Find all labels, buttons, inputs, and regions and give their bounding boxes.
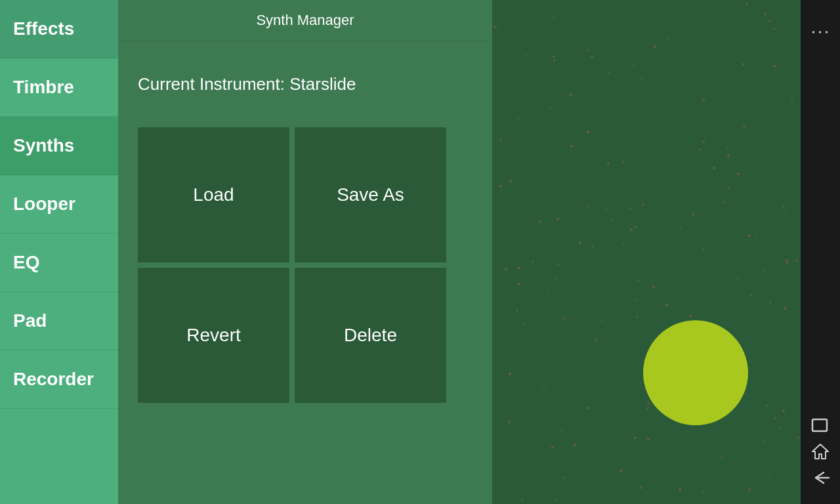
scatter-dot bbox=[727, 186, 730, 189]
scatter-dot bbox=[646, 407, 649, 410]
sidebar-item-synths[interactable]: Synths bbox=[0, 117, 118, 175]
scatter-dot bbox=[620, 470, 622, 472]
sidebar-item-pad[interactable]: Pad bbox=[0, 292, 118, 350]
scatter-dot bbox=[591, 55, 593, 58]
scatter-dot bbox=[784, 307, 786, 310]
sidebar-item-looper[interactable]: Looper bbox=[0, 175, 118, 234]
scatter-dot bbox=[607, 162, 610, 165]
scatter-dot bbox=[518, 283, 520, 285]
sidebar-item-eq[interactable]: EQ bbox=[0, 234, 118, 292]
scatter-dot bbox=[702, 140, 705, 143]
scatter-dot bbox=[737, 173, 740, 175]
scatter-dot bbox=[786, 262, 789, 264]
scatter-dot bbox=[509, 180, 512, 182]
scatter-dot bbox=[554, 499, 556, 501]
scatter-dot bbox=[553, 55, 555, 58]
scatter-dot bbox=[543, 388, 545, 391]
visualization-panel bbox=[492, 0, 801, 504]
scatter-dot bbox=[610, 219, 612, 222]
scatter-dot bbox=[778, 427, 781, 430]
scatter-dot bbox=[769, 301, 772, 304]
scatter-dot bbox=[666, 37, 669, 40]
scatter-dot bbox=[636, 316, 639, 318]
scatter-dot bbox=[591, 245, 594, 247]
scatter-dot bbox=[689, 315, 692, 318]
scatter-dot bbox=[563, 317, 566, 320]
scatter-dot bbox=[692, 213, 694, 216]
scatter-dot bbox=[748, 234, 751, 237]
android-navigation-bar: ⋮ bbox=[801, 0, 840, 504]
scatter-dot bbox=[640, 77, 643, 80]
scatter-dot bbox=[604, 208, 607, 211]
scatter-dot bbox=[505, 268, 507, 270]
scatter-dot bbox=[652, 285, 655, 288]
scatter-dot bbox=[553, 16, 555, 18]
scatter-dot bbox=[547, 292, 550, 295]
scatter-dot bbox=[763, 440, 765, 443]
page-header: Synth Manager bbox=[118, 0, 492, 41]
recent-apps-icon[interactable] bbox=[807, 412, 833, 438]
scatter-dot bbox=[782, 205, 785, 207]
scatter-dot bbox=[746, 3, 748, 5]
scatter-dot bbox=[795, 259, 798, 262]
load-button[interactable]: Load bbox=[138, 127, 289, 262]
sidebar-item-recorder[interactable]: Recorder bbox=[0, 350, 118, 409]
sidebar: Effects Timbre Synths Looper EQ Pad Reco… bbox=[0, 0, 118, 504]
scatter-dot bbox=[755, 236, 758, 238]
scatter-dot bbox=[570, 145, 573, 148]
scatter-dot bbox=[679, 488, 681, 491]
page-title: Synth Manager bbox=[256, 12, 354, 28]
svg-rect-0 bbox=[812, 419, 827, 431]
back-icon[interactable] bbox=[807, 465, 833, 491]
scatter-dot bbox=[665, 304, 668, 306]
scatter-dot bbox=[517, 266, 520, 269]
scatter-dot bbox=[764, 12, 766, 15]
home-icon[interactable] bbox=[807, 438, 833, 465]
scatter-dot bbox=[640, 486, 642, 489]
green-circle-decoration bbox=[643, 320, 748, 425]
scatter-dot bbox=[587, 131, 589, 133]
scatter-dot bbox=[601, 319, 604, 322]
scatter-dot bbox=[587, 49, 589, 51]
scatter-dot bbox=[553, 59, 556, 62]
overflow-menu-icon[interactable]: ⋮ bbox=[807, 20, 833, 46]
sidebar-item-timbre[interactable]: Timbre bbox=[0, 58, 118, 117]
scatter-dot bbox=[587, 407, 590, 410]
scatter-dot bbox=[608, 72, 610, 74]
scatter-dot bbox=[634, 226, 637, 228]
scatter-dot bbox=[633, 65, 635, 68]
scatter-dot bbox=[622, 243, 625, 246]
scatter-dot bbox=[630, 228, 633, 231]
revert-button[interactable]: Revert bbox=[138, 268, 289, 403]
scatter-dot bbox=[521, 499, 524, 502]
save-as-button[interactable]: Save As bbox=[295, 127, 446, 262]
scatter-dot bbox=[774, 417, 776, 419]
scatter-dot bbox=[560, 429, 562, 431]
scatter-dot bbox=[769, 473, 772, 476]
scatter-dot bbox=[549, 106, 551, 109]
scatter-dot bbox=[766, 404, 768, 407]
action-button-grid: Load Save As Revert Delete bbox=[138, 127, 446, 403]
sidebar-item-effects[interactable]: Effects bbox=[0, 0, 118, 58]
scatter-dot bbox=[595, 339, 597, 341]
scatter-dot bbox=[499, 185, 502, 188]
scatter-dot bbox=[727, 154, 730, 157]
scatter-dot bbox=[494, 26, 497, 28]
scatter-dot bbox=[654, 45, 656, 48]
scatter-dot bbox=[642, 203, 644, 206]
scatter-dot bbox=[551, 446, 554, 448]
scatter-dot bbox=[522, 323, 524, 326]
main-content: Synth Manager Current Instrument: Starsl… bbox=[118, 0, 492, 504]
scatter-dot bbox=[783, 209, 786, 211]
scatter-dot bbox=[574, 444, 576, 446]
scatter-dot bbox=[702, 98, 705, 101]
scatter-dot bbox=[768, 20, 771, 22]
delete-button[interactable]: Delete bbox=[295, 268, 446, 403]
scatter-dot bbox=[723, 201, 726, 203]
scatter-dot bbox=[748, 488, 751, 491]
scatter-dot bbox=[634, 436, 637, 439]
scatter-dot bbox=[637, 280, 640, 282]
scatter-dot bbox=[647, 438, 650, 440]
scatter-dot bbox=[726, 146, 728, 148]
scatter-dot bbox=[702, 491, 704, 494]
